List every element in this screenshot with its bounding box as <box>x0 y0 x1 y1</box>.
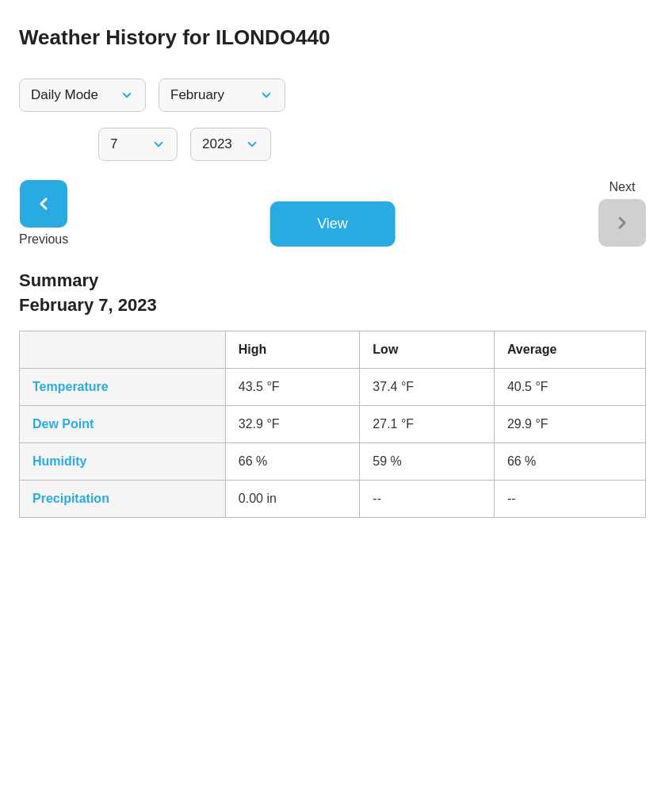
table-header-average: Average <box>494 331 645 368</box>
year-select-label: 2023 <box>202 136 232 152</box>
month-chevron-icon <box>259 88 273 102</box>
controls-row-2: 7 2023 <box>19 128 646 161</box>
day-select[interactable]: 7 <box>98 128 178 161</box>
summary-section: Summary February 7, 2023 High Low Averag… <box>19 269 646 518</box>
table-cell-label: Precipitation <box>20 480 226 517</box>
table-cell-low: 37.4 °F <box>360 368 495 405</box>
summary-title-line2: February 7, 2023 <box>19 293 646 318</box>
chevron-right-icon <box>613 213 632 232</box>
previous-label: Previous <box>19 232 68 247</box>
table-header-high: High <box>225 331 360 368</box>
summary-title: Summary February 7, 2023 <box>19 269 646 318</box>
navigation-area: Previous View Next <box>19 180 646 247</box>
year-chevron-icon <box>245 137 259 151</box>
table-row: Precipitation0.00 in---- <box>20 480 646 517</box>
page-title: Weather History for ILONDO440 <box>19 25 646 50</box>
table-cell-average: 40.5 °F <box>494 368 645 405</box>
table-cell-average: 29.9 °F <box>494 405 645 442</box>
table-cell-label: Temperature <box>20 368 226 405</box>
view-button[interactable]: View <box>269 201 396 247</box>
table-cell-low: 59 % <box>360 442 495 480</box>
table-cell-high: 66 % <box>225 442 360 480</box>
previous-nav: Previous <box>19 180 68 247</box>
table-cell-low: -- <box>360 480 495 517</box>
next-nav: Next <box>598 180 646 247</box>
table-cell-high: 0.00 in <box>225 480 360 517</box>
month-select[interactable]: February <box>159 79 285 112</box>
table-header-row: High Low Average <box>20 331 646 368</box>
day-select-label: 7 <box>110 136 139 152</box>
table-header-empty <box>20 331 226 368</box>
year-select[interactable]: 2023 <box>190 128 271 161</box>
table-cell-low: 27.1 °F <box>360 405 495 442</box>
next-button[interactable] <box>598 199 646 247</box>
month-select-label: February <box>170 87 247 103</box>
day-chevron-icon <box>151 137 166 151</box>
mode-select-label: Daily Mode <box>31 87 107 103</box>
summary-title-line1: Summary <box>19 269 646 293</box>
controls-row-1: Daily Mode February <box>19 79 646 112</box>
table-cell-high: 43.5 °F <box>225 368 360 405</box>
table-header-low: Low <box>360 331 495 368</box>
table-row: Dew Point32.9 °F27.1 °F29.9 °F <box>20 405 646 442</box>
table-cell-average: -- <box>494 480 645 517</box>
table-cell-label: Humidity <box>20 442 226 480</box>
table-row: Temperature43.5 °F37.4 °F40.5 °F <box>20 368 646 405</box>
table-cell-high: 32.9 °F <box>225 405 360 442</box>
table-row: Humidity66 %59 %66 % <box>20 442 646 480</box>
mode-chevron-icon <box>120 88 134 102</box>
next-label: Next <box>610 180 636 194</box>
table-cell-label: Dew Point <box>20 405 226 442</box>
table-cell-average: 66 % <box>494 442 645 480</box>
mode-select[interactable]: Daily Mode <box>19 79 146 112</box>
summary-table: High Low Average Temperature43.5 °F37.4 … <box>19 331 646 518</box>
chevron-left-icon <box>34 194 53 213</box>
previous-button[interactable] <box>20 180 67 228</box>
